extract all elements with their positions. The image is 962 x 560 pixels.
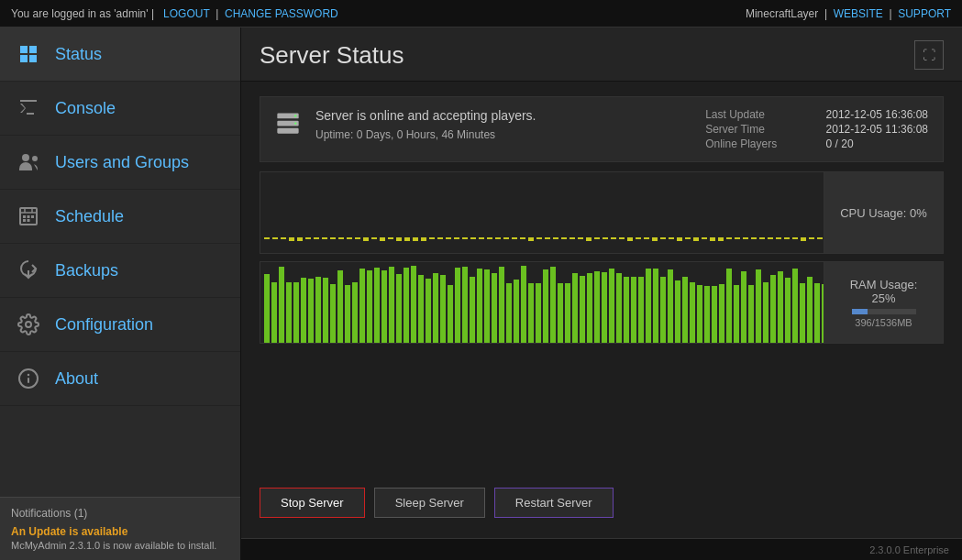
- config-icon: [15, 311, 42, 338]
- logged-in-text: You are logged in as 'admin' |: [11, 7, 154, 20]
- svg-rect-14: [28, 219, 30, 222]
- page-title: Server Status: [260, 41, 404, 70]
- server-status-icon: [275, 110, 304, 139]
- svg-rect-1: [29, 46, 37, 53]
- sleep-server-button[interactable]: Sleep Server: [374, 488, 485, 518]
- svg-point-22: [294, 115, 296, 116]
- version-bar: 2.3.0.0 Enterprise: [241, 538, 962, 560]
- sidebar-item-status[interactable]: Status: [0, 27, 240, 82]
- sidebar-status-label: Status: [55, 45, 102, 64]
- svg-rect-11: [28, 215, 30, 218]
- sidebar-console-label: Console: [55, 99, 116, 118]
- ram-chart-graph: [260, 262, 824, 343]
- ram-chart-row: RAM Usage: 25% 396/1536MB: [260, 261, 944, 344]
- ram-bar-fill: [852, 309, 868, 314]
- svg-point-23: [294, 122, 296, 124]
- stop-server-button[interactable]: Stop Server: [260, 488, 365, 518]
- notifications-message: An Update is available: [11, 525, 229, 538]
- svg-rect-13: [23, 219, 26, 222]
- svg-rect-2: [20, 55, 28, 62]
- sidebar-item-schedule[interactable]: Schedule: [0, 190, 240, 244]
- sidebar-users-label: Users and Groups: [55, 153, 189, 172]
- sidebar-about-label: About: [55, 369, 98, 389]
- status-details: Last Update 2012-12-05 16:36:08 Server T…: [705, 108, 928, 150]
- cpu-label-box: CPU Usage: 0%: [824, 172, 943, 253]
- server-time-label: Server Time: [705, 123, 807, 136]
- cpu-chart-graph: [260, 172, 824, 253]
- sidebar: Status Console Users and Groups Schedule: [0, 27, 241, 560]
- status-online-text: Server is online and accepting players.: [315, 108, 694, 123]
- ram-bar-wrapper: [852, 309, 916, 314]
- cpu-usage-label: CPU Usage: 0%: [840, 206, 927, 220]
- svg-rect-3: [29, 55, 37, 62]
- charts-area: CPU Usage: 0% RAM Usage: 25% 396/1536M: [260, 171, 944, 473]
- cpu-chart-row: CPU Usage: 0%: [260, 171, 944, 254]
- last-update-value: 2012-12-05 16:36:08: [826, 108, 928, 121]
- website-link[interactable]: WEBSITE: [834, 7, 883, 20]
- sidebar-item-configuration[interactable]: Configuration: [0, 298, 240, 352]
- main-panel: Server Status ⛶ Server is online and acc…: [241, 27, 962, 560]
- svg-rect-0: [20, 46, 28, 53]
- svg-point-5: [32, 156, 38, 161]
- status-info-box: Server is online and accepting players. …: [260, 96, 944, 162]
- online-players-label: Online Players: [705, 137, 807, 150]
- sidebar-item-console[interactable]: Console: [0, 82, 240, 136]
- header-expand-icon[interactable]: ⛶: [914, 40, 944, 70]
- notifications-description: McMyAdmin 2.3.1.0 is now available to in…: [11, 540, 229, 551]
- restart-server-button[interactable]: Restart Server: [494, 488, 614, 518]
- svg-rect-10: [23, 215, 26, 218]
- version-text: 2.3.0.0 Enterprise: [869, 544, 949, 555]
- action-buttons: Stop Server Sleep Server Restart Server: [260, 482, 944, 523]
- sidebar-item-users-groups[interactable]: Users and Groups: [0, 136, 240, 190]
- ram-bars: [260, 262, 824, 343]
- sidebar-item-backups[interactable]: Backups: [0, 244, 240, 298]
- sidebar-item-about[interactable]: About: [0, 352, 240, 406]
- main-header: Server Status ⛶: [241, 27, 962, 82]
- change-password-link[interactable]: CHANGE PASSWORD: [225, 7, 338, 20]
- topbar-right: MinecraftLayer | WEBSITE | SUPPORT: [746, 7, 951, 20]
- ram-label-box: RAM Usage: 25% 396/1536MB: [824, 262, 943, 343]
- main-body: Server is online and accepting players. …: [241, 82, 962, 538]
- notifications-title: Notifications (1): [11, 507, 229, 520]
- svg-point-4: [22, 154, 29, 161]
- backups-icon: [15, 257, 42, 284]
- svg-rect-21: [277, 128, 298, 134]
- last-update-label: Last Update: [705, 108, 807, 121]
- ram-usage-pct: 25%: [871, 291, 895, 305]
- sidebar-backups-label: Backups: [55, 261, 118, 280]
- ram-usage-label: RAM Usage:: [850, 278, 918, 291]
- support-link[interactable]: SUPPORT: [898, 7, 951, 20]
- topbar-left: You are logged in as 'admin' | LOGOUT | …: [11, 7, 338, 20]
- layout: Status Console Users and Groups Schedule: [0, 27, 962, 560]
- topbar: You are logged in as 'admin' | LOGOUT | …: [0, 0, 962, 27]
- logout-link[interactable]: LOGOUT: [163, 7, 209, 20]
- brand-name: MinecraftLayer: [746, 7, 818, 20]
- status-text-area: Server is online and accepting players. …: [315, 108, 694, 141]
- server-time-value: 2012-12-05 11:36:08: [826, 123, 928, 136]
- svg-rect-12: [31, 215, 34, 218]
- sidebar-config-label: Configuration: [55, 315, 153, 335]
- ram-memory-text: 396/1536MB: [855, 317, 912, 328]
- online-players-value: 0 / 20: [826, 137, 928, 150]
- sidebar-schedule-label: Schedule: [55, 207, 124, 226]
- console-icon: [15, 94, 42, 122]
- status-icon: [15, 40, 42, 68]
- about-icon: [15, 365, 42, 392]
- schedule-icon: [15, 203, 42, 230]
- cpu-ticks: [260, 237, 824, 239]
- users-icon: [15, 148, 42, 176]
- notifications-panel: Notifications (1) An Update is available…: [0, 497, 240, 560]
- uptime-text: Uptime: 0 Days, 0 Hours, 46 Minutes: [315, 128, 694, 141]
